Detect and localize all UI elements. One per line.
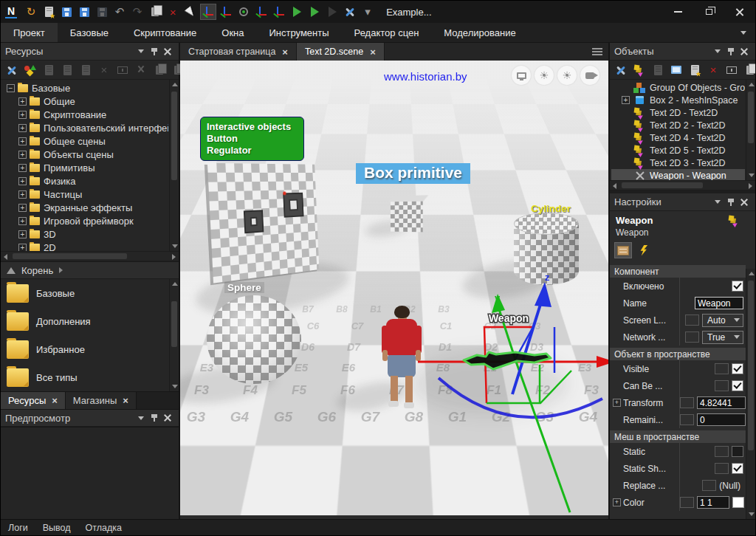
lighting-second-icon[interactable]: ☀ xyxy=(557,66,577,85)
properties-tab[interactable] xyxy=(614,242,632,258)
checkbox-checked[interactable] xyxy=(732,380,743,391)
tree-item[interactable]: +Экранные эффекты xyxy=(4,201,168,214)
expand-icon[interactable]: + xyxy=(613,498,621,506)
property-default-box[interactable] xyxy=(715,463,729,474)
panel-pin-button[interactable] xyxy=(148,45,161,58)
folder-list-item[interactable]: Дополнения xyxy=(1,307,179,335)
document-tab[interactable]: Text 2D.scene× xyxy=(297,43,385,61)
scene-viewport[interactable]: B5B6B7B8B1B2B3C4C5C6C7C8C1C2C3D4D5D6D7D8… xyxy=(180,61,608,515)
objects-tree-item[interactable]: Text 2D - Text2D xyxy=(611,106,745,119)
panel-menu-button[interactable] xyxy=(134,411,148,425)
objects-tree-item[interactable]: Text 2D 4 - Text2D xyxy=(611,131,745,144)
tab-overflow-button[interactable] xyxy=(592,43,608,61)
tree-item[interactable]: +Общее сцены xyxy=(4,134,168,148)
color-swatch[interactable] xyxy=(732,497,744,508)
rename-icon[interactable] xyxy=(114,62,131,78)
property-value-field[interactable]: 4.82441 xyxy=(697,396,746,409)
checkbox-checked[interactable] xyxy=(732,463,743,474)
tools-icon[interactable] xyxy=(613,62,629,78)
play-disabled-icon[interactable] xyxy=(324,4,340,20)
objects-tree-item[interactable]: Text 2D 5 - Text2D xyxy=(611,144,745,157)
expand-icon[interactable]: + xyxy=(18,244,27,252)
property-default-box[interactable] xyxy=(715,380,729,391)
close-icon[interactable]: × xyxy=(52,395,58,406)
property-default-box[interactable] xyxy=(680,397,694,408)
panel-pin-button[interactable] xyxy=(148,411,161,425)
objects-tree-item[interactable]: Text 2D 2 - Text2D xyxy=(611,119,745,131)
tree-item[interactable]: +2D xyxy=(4,241,168,251)
resources-tree-scrollbar[interactable] xyxy=(169,80,179,251)
transform-gizmo[interactable]: Weapon y z xyxy=(402,267,608,515)
panel-tab-Ресурсы[interactable]: Ресурсы× xyxy=(1,392,66,409)
menu-item-Моделирование[interactable]: Моделирование xyxy=(431,23,528,42)
expand-icon[interactable]: + xyxy=(18,151,27,159)
window-icon[interactable] xyxy=(668,62,684,78)
expand-icon[interactable]: + xyxy=(18,177,27,185)
objects-tree-item[interactable]: Text 2D 3 - Text2D xyxy=(611,157,745,169)
folder-list-scrollbar[interactable] xyxy=(169,279,179,391)
close-icon[interactable]: × xyxy=(123,395,128,406)
undo-icon[interactable]: ↶ xyxy=(111,4,128,20)
scale-tool-icon[interactable] xyxy=(253,4,269,20)
panel-menu-button[interactable] xyxy=(711,45,724,58)
menu-overflow-button[interactable] xyxy=(740,23,755,42)
panel-close-button[interactable] xyxy=(738,45,751,58)
interactive-wall-object[interactable] xyxy=(207,163,320,284)
property-dropdown[interactable]: Auto xyxy=(702,314,743,327)
property-default-box[interactable] xyxy=(715,446,729,457)
settings-scrollbar[interactable] xyxy=(746,269,755,519)
property-default-box[interactable] xyxy=(680,497,694,508)
tree-item[interactable]: +Скриптование xyxy=(4,108,168,121)
property-dropdown[interactable]: True xyxy=(702,331,743,344)
new-file-icon[interactable] xyxy=(41,4,57,20)
rotate-tool-icon[interactable] xyxy=(236,4,252,20)
expand-icon[interactable]: + xyxy=(613,399,621,407)
menu-item-Редактор сцен[interactable]: Редактор сцен xyxy=(342,23,432,42)
cut-icon[interactable] xyxy=(133,62,149,78)
document2-icon[interactable] xyxy=(78,62,94,78)
menu-item-Базовые[interactable]: Базовые xyxy=(58,23,121,42)
scene-regulator-object[interactable] xyxy=(283,193,303,218)
expand-icon[interactable]: + xyxy=(18,111,27,119)
menu-item-Проект[interactable]: Проект xyxy=(1,23,58,42)
tree-item[interactable]: +Частицы xyxy=(4,188,168,201)
tree-item[interactable]: +Физика xyxy=(4,174,168,188)
tree-item[interactable]: +Объекты сцены xyxy=(4,148,168,161)
tools-icon[interactable] xyxy=(4,62,20,78)
panel-close-button[interactable] xyxy=(161,411,174,425)
objects-tree-item[interactable]: Group Of Objects - Grou xyxy=(611,81,745,94)
tree-item[interactable]: +Игровой фреймворк xyxy=(4,214,168,227)
property-value-field[interactable]: 1 1 xyxy=(697,496,729,509)
menu-item-Инструменты[interactable]: Инструменты xyxy=(257,23,342,42)
checkbox-checked[interactable] xyxy=(732,363,743,374)
property-default-box[interactable] xyxy=(715,363,729,374)
redo-icon[interactable]: ↷ xyxy=(129,4,145,20)
delete-icon[interactable]: × xyxy=(96,62,112,78)
status-item-Отладка[interactable]: Отладка xyxy=(86,523,122,533)
save-as-icon[interactable] xyxy=(76,4,92,20)
property-default-box[interactable] xyxy=(702,480,716,491)
close-icon[interactable]: × xyxy=(282,47,288,58)
menu-item-Окна[interactable]: Окна xyxy=(209,23,256,42)
camera-icon[interactable] xyxy=(580,66,599,85)
move-tool-icon[interactable] xyxy=(200,4,216,20)
component-icon[interactable] xyxy=(631,62,647,78)
resources-tree-hscrollbar[interactable] xyxy=(1,251,179,261)
tree-item[interactable]: +3D xyxy=(4,227,168,241)
document-icon[interactable] xyxy=(59,62,75,78)
new-document-icon[interactable] xyxy=(687,62,703,78)
tree-item[interactable]: +Примитивы xyxy=(4,161,168,174)
expand-icon[interactable]: + xyxy=(18,124,27,132)
sync-icon[interactable]: ↻ xyxy=(23,4,39,20)
expand-icon[interactable]: + xyxy=(18,217,27,225)
expand-icon[interactable]: + xyxy=(18,204,27,212)
save-all-icon[interactable] xyxy=(94,4,110,20)
tree-item[interactable]: −Базовые xyxy=(4,81,168,95)
watermark-link[interactable]: www.historian.by xyxy=(384,70,467,83)
checkbox-checked[interactable] xyxy=(732,281,743,292)
save-icon[interactable] xyxy=(58,4,75,20)
edit-document-icon[interactable] xyxy=(41,62,57,78)
objects-tree-hscrollbar[interactable] xyxy=(610,180,755,190)
status-item-Логи[interactable]: Логи xyxy=(8,523,28,533)
minimize-button[interactable] xyxy=(662,1,693,23)
